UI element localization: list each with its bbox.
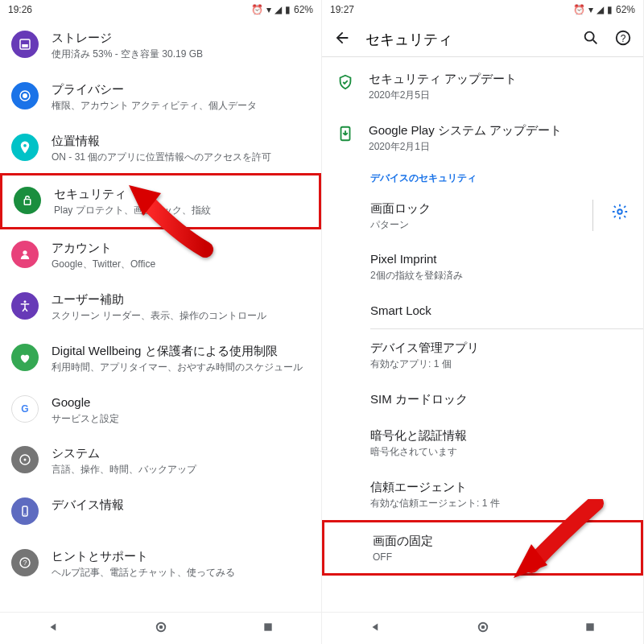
account-icon <box>11 241 39 268</box>
svg-rect-18 <box>264 623 271 630</box>
item-title: Google <box>52 394 310 411</box>
search-icon[interactable] <box>582 29 600 50</box>
nav-home-icon[interactable] <box>154 620 168 638</box>
item-sub: ON - 31 個のアプリに位置情報へのアクセスを許可 <box>52 151 310 164</box>
settings-item[interactable]: ユーザー補助スクリーン リーダー、表示、操作のコントロール <box>0 281 321 332</box>
security-item[interactable]: 画面ロックパターン <box>322 190 643 242</box>
alarm-icon: ⏰ <box>573 4 585 15</box>
item-sub: 2020年2月1日 <box>369 140 632 154</box>
security-item[interactable]: Smart Lock <box>322 292 643 328</box>
security-item[interactable]: Pixel Imprint2個の指紋を登録済み <box>322 241 643 292</box>
nav-bar <box>0 612 321 644</box>
nav-home-icon[interactable] <box>476 620 490 638</box>
update-item[interactable]: セキュリティ アップデート2020年2月5日 <box>322 60 643 112</box>
settings-item[interactable]: GGoogleサービスと設定 <box>0 384 321 436</box>
svg-point-7 <box>24 300 27 303</box>
nav-back-icon[interactable] <box>47 620 61 638</box>
item-title: プライバシー <box>52 80 310 97</box>
security-list: セキュリティ アップデート2020年2月5日Google Play システム ア… <box>322 60 643 612</box>
security-item[interactable]: 画面の固定OFF <box>322 520 643 576</box>
svg-point-4 <box>23 143 27 147</box>
item-sub: 使用済み 53% - 空き容量 30.19 GB <box>52 47 310 61</box>
status-bar: 19:27 ⏰ ▾ ◢ ▮ 62% <box>322 0 643 19</box>
svg-point-17 <box>159 625 163 629</box>
item-sub: Google、Twitter、Office <box>52 258 310 271</box>
item-title: 暗号化と認証情報 <box>370 427 632 444</box>
battery-icon: ▮ <box>607 4 613 15</box>
alarm-icon: ⏰ <box>251 4 263 15</box>
shield-icon <box>335 72 356 93</box>
svg-rect-1 <box>22 44 28 47</box>
item-sub: 権限、アカウント アクティビティ、個人データ <box>52 99 310 113</box>
item-sub: パターン <box>370 218 578 232</box>
svg-point-10 <box>24 459 27 461</box>
item-title: Smart Lock <box>370 302 632 319</box>
app-bar: セキュリティ ? <box>322 19 643 56</box>
help-icon[interactable]: ? <box>614 29 632 50</box>
item-sub: OFF <box>373 551 630 564</box>
item-title: ヒントとサポート <box>52 547 310 564</box>
settings-item[interactable]: 位置情報ON - 31 個のアプリに位置情報へのアクセスを許可 <box>0 122 321 174</box>
item-title: 位置情報 <box>52 132 310 149</box>
security-item[interactable]: 信頼エージェント有効な信頼エージェント: 1 件 <box>322 469 643 520</box>
section-header: デバイスのセキュリティ <box>322 163 643 190</box>
item-title: 信頼エージェント <box>370 478 632 495</box>
svg-rect-27 <box>586 623 593 630</box>
location-icon <box>11 134 39 161</box>
settings-item[interactable]: デバイス情報 <box>0 486 321 538</box>
svg-rect-5 <box>24 200 31 205</box>
item-title: アカウント <box>52 239 310 256</box>
nav-recent-icon[interactable] <box>584 621 597 637</box>
signal-icon: ◢ <box>597 4 604 15</box>
settings-item[interactable]: Digital Wellbeing と保護者による使用制限利用時間、アプリタイマ… <box>0 332 321 384</box>
status-time: 19:26 <box>8 4 32 15</box>
item-sub: 2個の指紋を登録済み <box>370 269 632 283</box>
battery-pct: 62% <box>294 4 313 15</box>
support-icon: ? <box>11 549 39 576</box>
svg-point-23 <box>617 209 622 214</box>
item-sub: サービスと設定 <box>52 412 310 426</box>
item-title: ストレージ <box>52 29 310 46</box>
settings-list: ストレージ使用済み 53% - 空き容量 30.19 GBプライバシー権限、アカ… <box>0 19 321 612</box>
wellbeing-icon <box>11 344 39 371</box>
system-update-icon <box>335 123 356 144</box>
security-item[interactable]: SIM カードロック <box>322 381 643 417</box>
nav-back-icon[interactable] <box>369 620 383 638</box>
nav-recent-icon[interactable] <box>262 621 275 637</box>
google-icon: G <box>11 395 39 423</box>
left-panel: 19:26 ⏰ ▾ ◢ ▮ 62% ストレージ使用済み 53% - 空き容量 3… <box>0 0 322 644</box>
privacy-icon <box>11 82 39 109</box>
svg-text:?: ? <box>621 33 626 44</box>
svg-point-12 <box>24 514 26 515</box>
svg-text:G: G <box>21 402 28 414</box>
settings-item[interactable]: アカウントGoogle、Twitter、Office <box>0 229 321 281</box>
item-sub: ヘルプ記事、電話とチャット、使ってみる <box>52 566 310 580</box>
svg-point-19 <box>585 32 594 41</box>
item-title: ユーザー補助 <box>52 291 310 308</box>
settings-item[interactable]: セキュリティPlay プロテクト、画面ロック、指紋 <box>0 173 321 229</box>
update-item[interactable]: Google Play システム アップデート2020年2月1日 <box>322 112 643 163</box>
settings-item[interactable]: ?ヒントとサポートヘルプ記事、電話とチャット、使ってみる <box>0 538 321 589</box>
settings-item[interactable]: ストレージ使用済み 53% - 空き容量 30.19 GB <box>0 19 321 71</box>
item-sub <box>52 514 310 528</box>
item-sub: スクリーン リーダー、表示、操作のコントロール <box>52 309 310 323</box>
settings-item[interactable]: プライバシー権限、アカウント アクティビティ、個人データ <box>0 71 321 122</box>
right-panel: 19:27 ⏰ ▾ ◢ ▮ 62% セキュリティ ? セキュリティ アップデート… <box>322 0 644 644</box>
back-icon[interactable] <box>333 29 351 50</box>
security-item[interactable]: デバイス管理アプリ有効なアプリ: 1 個 <box>322 329 643 381</box>
battery-icon: ▮ <box>285 4 291 15</box>
settings-item[interactable]: システム言語、操作、時間、バックアップ <box>0 435 321 486</box>
svg-point-6 <box>23 250 27 254</box>
signal-icon: ◢ <box>275 4 282 15</box>
wifi-icon: ▾ <box>588 4 593 15</box>
status-bar: 19:26 ⏰ ▾ ◢ ▮ 62% <box>0 0 321 19</box>
item-sub: 言語、操作、時間、バックアップ <box>52 463 310 477</box>
gear-icon[interactable] <box>608 200 632 227</box>
item-title: デバイス情報 <box>52 496 310 513</box>
svg-point-2 <box>23 93 27 98</box>
security-item[interactable]: 暗号化と認証情報暗号化されています <box>322 417 643 469</box>
svg-text:?: ? <box>23 559 27 567</box>
item-title: SIM カードロック <box>370 390 632 407</box>
item-title: 画面の固定 <box>373 532 630 549</box>
item-title: Pixel Imprint <box>370 250 632 267</box>
